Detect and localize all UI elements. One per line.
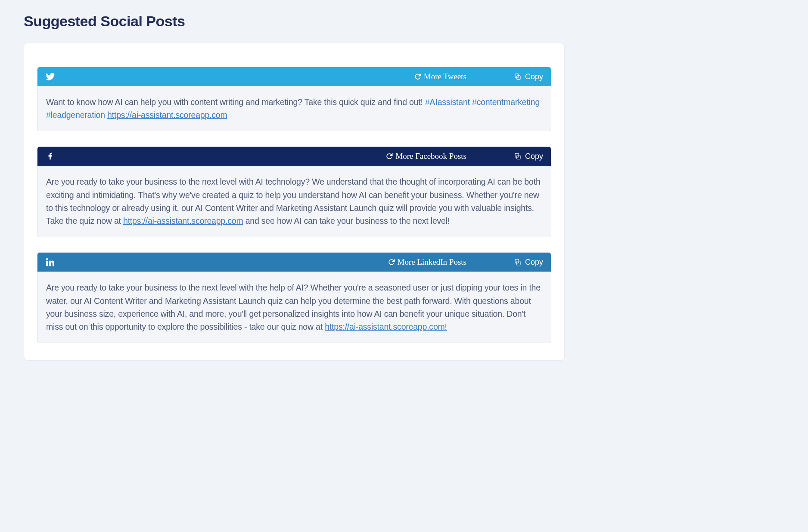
facebook-text-post: and see how AI can take your business to… xyxy=(243,216,450,226)
copy-tweet-button[interactable]: Copy xyxy=(514,72,543,81)
twitter-header: More Tweets Copy xyxy=(37,67,551,86)
copy-facebook-button[interactable]: Copy xyxy=(514,152,543,161)
linkedin-post: More LinkedIn Posts Copy Are you ready t… xyxy=(37,252,551,343)
copy-tweet-label: Copy xyxy=(525,72,543,81)
twitter-icon xyxy=(45,71,56,82)
refresh-icon xyxy=(413,72,422,81)
more-linkedin-button[interactable]: More LinkedIn Posts xyxy=(387,257,466,267)
page-title: Suggested Social Posts xyxy=(24,13,565,30)
copy-icon xyxy=(514,73,522,80)
twitter-post: More Tweets Copy Want to know how AI can… xyxy=(37,67,551,131)
linkedin-link[interactable]: https://ai-assistant.scoreapp.com! xyxy=(325,322,447,331)
copy-icon xyxy=(514,152,522,160)
linkedin-body: Are you ready to take your business to t… xyxy=(37,272,551,343)
copy-facebook-label: Copy xyxy=(525,152,543,161)
copy-icon xyxy=(514,258,522,266)
more-facebook-button[interactable]: More Facebook Posts xyxy=(385,152,466,161)
posts-card: More Tweets Copy Want to know how AI can… xyxy=(24,43,565,361)
twitter-link[interactable]: https://ai-assistant.scoreapp.com xyxy=(107,110,227,120)
copy-linkedin-label: Copy xyxy=(525,258,543,267)
copy-linkedin-button[interactable]: Copy xyxy=(514,258,543,267)
facebook-link[interactable]: https://ai-assistant.scoreapp.com xyxy=(123,216,243,226)
facebook-post: More Facebook Posts Copy Are you ready t… xyxy=(37,146,551,237)
more-tweets-button[interactable]: More Tweets xyxy=(413,72,466,81)
refresh-icon xyxy=(387,258,396,266)
twitter-text-pre: Want to know how AI can help you with co… xyxy=(46,97,425,107)
linkedin-icon xyxy=(45,257,56,267)
facebook-icon xyxy=(45,151,56,161)
twitter-body: Want to know how AI can help you with co… xyxy=(37,86,551,131)
facebook-header: More Facebook Posts Copy xyxy=(37,147,551,166)
more-linkedin-label: More LinkedIn Posts xyxy=(398,257,466,267)
more-tweets-label: More Tweets xyxy=(424,72,466,81)
linkedin-text-pre: Are you ready to take your business to t… xyxy=(46,283,541,331)
linkedin-header: More LinkedIn Posts Copy xyxy=(37,253,551,272)
facebook-body: Are you ready to take your business to t… xyxy=(37,166,551,237)
refresh-icon xyxy=(385,152,394,161)
more-facebook-label: More Facebook Posts xyxy=(395,152,466,161)
